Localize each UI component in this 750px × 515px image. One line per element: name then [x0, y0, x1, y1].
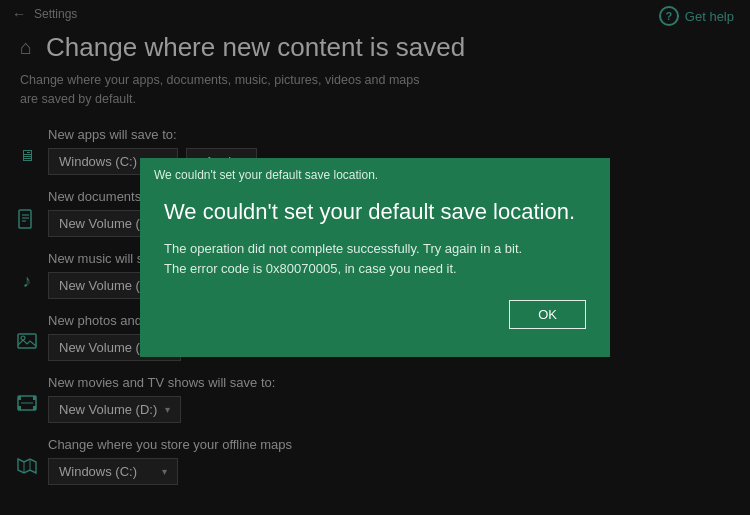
modal-title-bar: We couldn't set your default save locati… — [140, 158, 610, 188]
modal-footer: OK — [164, 300, 586, 337]
modal-text: The operation did not complete successfu… — [164, 239, 586, 281]
modal-heading: We couldn't set your default save locati… — [164, 198, 586, 227]
modal-overlay: We couldn't set your default save locati… — [0, 0, 750, 515]
modal-line2: The error code is 0x80070005, in case yo… — [164, 261, 457, 276]
error-modal: We couldn't set your default save locati… — [140, 158, 610, 357]
modal-title-text: We couldn't set your default save locati… — [154, 168, 378, 182]
modal-line1: The operation did not complete successfu… — [164, 241, 522, 256]
ok-button[interactable]: OK — [509, 300, 586, 329]
modal-body: We couldn't set your default save locati… — [140, 188, 610, 357]
